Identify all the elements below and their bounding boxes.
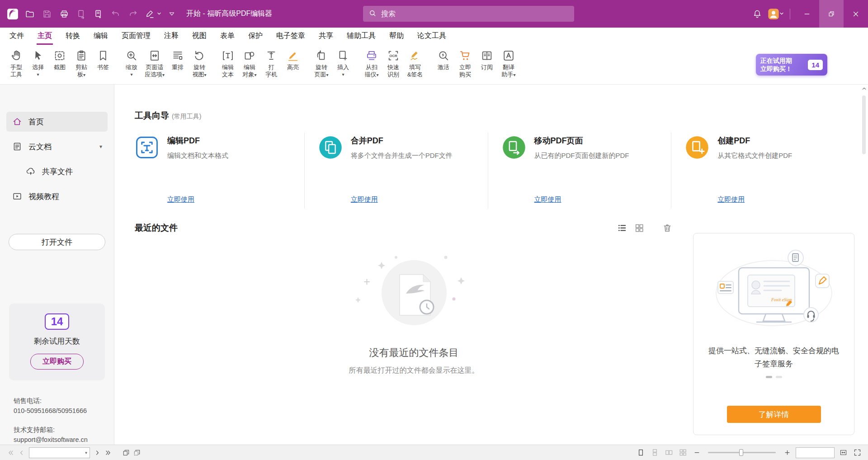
svg-text:OCR: OCR <box>389 54 397 58</box>
notification-bell-icon[interactable] <box>749 6 765 22</box>
use-now-link[interactable]: 立即使用 <box>534 195 561 204</box>
ribbon-tool-reflow[interactable]: 重排 <box>167 47 189 80</box>
ribbon-tool-edit-text[interactable]: 编辑文本 <box>217 47 239 80</box>
sidebar-item-video-tutorials[interactable]: 视频教程 <box>6 186 108 206</box>
restore-button[interactable] <box>819 0 844 28</box>
menu-esignature[interactable]: 电子签章 <box>269 31 312 45</box>
ribbon-tool-highlight[interactable]: 高亮 <box>282 47 304 80</box>
menu-protect[interactable]: 保护 <box>241 31 269 45</box>
grid-view-icon[interactable] <box>634 223 644 233</box>
ribbon-tool-translate-assistant[interactable]: 翻译助手▾ <box>498 47 519 80</box>
menu-file[interactable]: 文件 <box>3 31 31 45</box>
menu-share[interactable]: 共享 <box>312 31 340 45</box>
export-pdf-icon[interactable] <box>73 6 90 22</box>
chevron-down-icon[interactable]: ▾ <box>99 143 102 150</box>
menu-convert[interactable]: 转换 <box>59 31 87 45</box>
ribbon-tool-activate[interactable]: 激活 <box>433 47 454 80</box>
menu-view[interactable]: 视图 <box>185 31 213 45</box>
undo-icon[interactable] <box>108 6 124 22</box>
account-dropdown-icon[interactable] <box>779 10 785 18</box>
zoom-slider[interactable] <box>708 452 776 453</box>
minimize-button[interactable] <box>795 0 819 28</box>
fit-width-icon[interactable] <box>838 447 849 459</box>
ribbon-tool-page-fit-options[interactable]: 页面适应选项▾ <box>142 47 167 80</box>
continuous-facing-view-icon[interactable] <box>677 447 688 459</box>
menu-page-manage[interactable]: 页面管理 <box>115 31 157 45</box>
learn-more-button[interactable]: 了解详情 <box>727 406 821 423</box>
single-page-view-icon[interactable] <box>635 447 646 459</box>
ribbon-tool-snapshot[interactable]: 截图 <box>49 47 71 80</box>
ribbon-tool-rotate-pages[interactable]: 旋转页面▾ <box>311 47 332 80</box>
facing-view-icon[interactable] <box>663 447 674 459</box>
menu-comment[interactable]: 注释 <box>157 31 185 45</box>
ribbon-tool-bookmark[interactable]: 书签 <box>92 47 114 80</box>
first-page-button[interactable] <box>5 447 16 459</box>
support-email[interactable]: support@foxitsoftware.cn <box>14 435 114 445</box>
save-icon[interactable] <box>39 6 55 22</box>
esign-icon[interactable] <box>142 6 158 22</box>
ribbon-tool-hand-tool[interactable]: 手型工具 <box>5 47 27 80</box>
ribbon-tool-from-scanner[interactable]: 从扫描仪▾ <box>361 47 382 80</box>
menu-edit[interactable]: 编辑 <box>87 31 115 45</box>
last-page-button[interactable] <box>103 447 113 459</box>
page-number-input[interactable] <box>29 449 83 456</box>
redo-icon[interactable] <box>125 6 141 22</box>
snapshot-view-icon[interactable] <box>132 447 142 459</box>
next-page-button[interactable] <box>92 447 103 459</box>
use-now-link[interactable]: 立即使用 <box>351 195 378 204</box>
global-search-box[interactable] <box>363 6 574 22</box>
clear-recent-trash-icon[interactable] <box>662 223 672 233</box>
zoom-out-button[interactable] <box>691 447 702 459</box>
ribbon-tool-subscribe[interactable]: 订阅 <box>476 47 498 80</box>
page-dropdown-icon[interactable]: ▾ <box>83 451 90 455</box>
page-number-combobox[interactable]: ▾ <box>29 447 90 458</box>
list-view-icon[interactable] <box>617 223 627 233</box>
customize-toolbar-icon[interactable] <box>164 6 180 22</box>
scroll-up-icon[interactable] <box>861 85 867 94</box>
zoom-level-box[interactable] <box>796 447 835 458</box>
ribbon-tool-typewriter[interactable]: 打字机 <box>260 47 282 80</box>
trial-banner[interactable]: 正在试用期 立即购买！ 14 <box>756 54 827 76</box>
sidebar-item-shared-files[interactable]: 共享文件 <box>6 161 108 181</box>
sidebar-item-cloud-docs[interactable]: 云文档▾ <box>6 137 108 156</box>
menu-paper-tools[interactable]: 论文工具 <box>410 31 453 45</box>
ribbon-tool-buy-now[interactable]: 立即购买 <box>454 47 476 80</box>
carousel-dot-1[interactable] <box>766 376 772 378</box>
sidebar-item-home[interactable]: 首页 <box>6 112 108 132</box>
close-button[interactable] <box>844 0 868 28</box>
ribbon-tool-label: 填写&签名 <box>407 64 423 78</box>
ribbon-tool-insert[interactable]: 插入▾ <box>332 47 354 80</box>
fullscreen-icon[interactable] <box>852 447 863 459</box>
use-now-link[interactable]: 立即使用 <box>717 195 745 204</box>
continuous-view-icon[interactable] <box>649 447 660 459</box>
sidebar: 首页云文档▾共享文件视频教程 打开文件 14 剩余试用天数 立即购买 销售电话:… <box>0 85 114 445</box>
buy-now-button[interactable]: 立即购买 <box>30 354 84 370</box>
duplicate-view-icon[interactable] <box>121 447 132 459</box>
ribbon-tool-rotate-view[interactable]: 旋转视图▾ <box>189 47 210 80</box>
content-scrollbar[interactable] <box>860 85 868 444</box>
scrollbar-thumb[interactable] <box>862 95 866 154</box>
ribbon-tool-quick-ocr[interactable]: OCR快速识别 <box>382 47 404 80</box>
main-area: 首页云文档▾共享文件视频教程 打开文件 14 剩余试用天数 立即购买 销售电话:… <box>0 85 868 445</box>
previous-page-button[interactable] <box>16 447 27 459</box>
menu-form[interactable]: 表单 <box>213 31 241 45</box>
zoom-slider-thumb[interactable] <box>739 449 743 456</box>
ribbon-tool-clipboard[interactable]: 剪贴板▾ <box>71 47 92 80</box>
carousel-dot-2[interactable] <box>776 376 782 378</box>
print-icon[interactable] <box>56 6 72 22</box>
search-input[interactable] <box>381 10 569 18</box>
menu-help[interactable]: 帮助 <box>382 31 410 45</box>
esign-dropdown-icon[interactable] <box>156 10 163 18</box>
menu-home[interactable]: 主页 <box>31 31 59 45</box>
ribbon-tool-edit-object[interactable]: 编辑对象▾ <box>239 47 260 80</box>
open-file-icon[interactable] <box>22 6 38 22</box>
create-from-file-icon[interactable] <box>90 6 107 22</box>
use-now-link[interactable]: 立即使用 <box>167 195 194 204</box>
ribbon-tool-select[interactable]: 选择▾ <box>27 47 49 80</box>
zoom-in-button[interactable] <box>782 447 793 459</box>
zoom-level-input[interactable] <box>796 449 834 456</box>
ribbon-tool-zoom[interactable]: 缩放▾ <box>121 47 142 80</box>
ribbon-tool-fill-sign[interactable]: 填写&签名 <box>404 47 426 80</box>
menu-accessibility[interactable]: 辅助工具 <box>340 31 382 45</box>
open-file-button[interactable]: 打开文件 <box>9 234 105 250</box>
